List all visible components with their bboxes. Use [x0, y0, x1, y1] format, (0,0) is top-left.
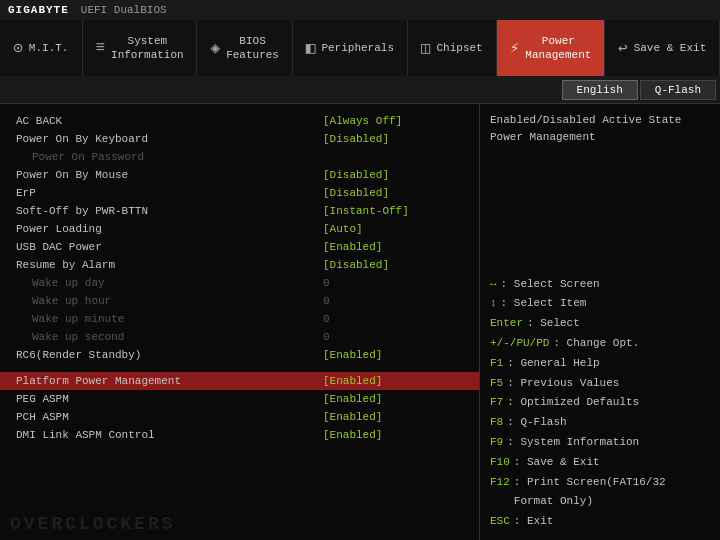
key-help: ↔: Select Screen↕: Select ItemEnter: Sel… — [490, 275, 710, 532]
system-information-nav-label: System Information — [111, 34, 184, 63]
menu-label-usb-dac-power: USB DAC Power — [16, 241, 323, 253]
key-symbol: F7 — [490, 393, 503, 413]
key-help-line: ↔: Select Screen — [490, 275, 710, 295]
power-management-nav-label: Power Management — [525, 34, 591, 63]
key-desc: : Select — [527, 314, 580, 334]
menu-label-power-on-mouse: Power On By Mouse — [16, 169, 323, 181]
menu-value-usb-dac-power: [Enabled] — [323, 241, 463, 253]
menu-item-power-on-keyboard[interactable]: Power On By Keyboard[Disabled] — [0, 130, 479, 148]
menu-label-erp: ErP — [16, 187, 323, 199]
menu-value-dmi-link: [Enabled] — [323, 429, 463, 441]
bios-features-nav-label: BIOS Features — [226, 34, 279, 63]
menu-item-ac-back[interactable]: AC BACK[Always Off] — [0, 112, 479, 130]
key-help-line: F9: System Information — [490, 433, 710, 453]
menu-item-soft-off[interactable]: Soft-Off by PWR-BTTN[Instant-Off] — [0, 202, 479, 220]
menu-value-power-loading: [Auto] — [323, 223, 463, 235]
menu-item-peg-aspm[interactable]: PEG ASPM[Enabled] — [0, 390, 479, 408]
menu-value-ac-back: [Always Off] — [323, 115, 463, 127]
key-desc: : Q-Flash — [507, 413, 566, 433]
right-panel: Enabled/Disabled Active State Power Mana… — [480, 104, 720, 540]
menu-item-platform-power[interactable]: Platform Power Management[Enabled] — [0, 372, 479, 390]
top-bar: GIGABYTE UEFI DualBIOS — [0, 0, 720, 20]
key-symbol: F5 — [490, 374, 503, 394]
key-desc: : Optimized Defaults — [507, 393, 639, 413]
menu-item-power-loading[interactable]: Power Loading[Auto] — [0, 220, 479, 238]
key-help-line: Enter: Select — [490, 314, 710, 334]
key-symbol: F9 — [490, 433, 503, 453]
key-help-line: F5: Previous Values — [490, 374, 710, 394]
key-desc: : Select Screen — [501, 275, 600, 295]
menu-value-platform-power: [Enabled] — [323, 375, 463, 387]
key-desc: : Change Opt. — [553, 334, 639, 354]
key-symbol: ↕ — [490, 294, 497, 314]
menu-label-pch-aspm: PCH ASPM — [16, 411, 323, 423]
menu-label-platform-power: Platform Power Management — [16, 375, 323, 387]
menu-item-power-on-password: Power On Password — [0, 148, 479, 166]
menu-value-peg-aspm: [Enabled] — [323, 393, 463, 405]
menu-item-erp[interactable]: ErP[Disabled] — [0, 184, 479, 202]
nav-item-peripherals[interactable]: ◧Peripherals — [293, 20, 408, 76]
key-symbol: F10 — [490, 453, 510, 473]
menu-label-peg-aspm: PEG ASPM — [16, 393, 323, 405]
key-desc: : Print Screen(FAT16/32 Format Only) — [514, 473, 710, 513]
nav-item-save-exit[interactable]: ↩Save & Exit — [605, 20, 720, 76]
menu-item-wake-minute: Wake up minute0 — [0, 310, 479, 328]
main-content: AC BACK[Always Off]Power On By Keyboard[… — [0, 104, 720, 540]
key-help-line: F12: Print Screen(FAT16/32 Format Only) — [490, 473, 710, 513]
key-desc: : General Help — [507, 354, 599, 374]
nav-item-chipset[interactable]: ◫Chipset — [408, 20, 497, 76]
menu-label-wake-minute: Wake up minute — [16, 313, 323, 325]
gigabyte-logo: GIGABYTE — [8, 4, 69, 16]
menu-value-wake-second: 0 — [323, 331, 463, 343]
key-symbol: F8 — [490, 413, 503, 433]
menu-item-wake-day: Wake up day0 — [0, 274, 479, 292]
menu-label-soft-off: Soft-Off by PWR-BTTN — [16, 205, 323, 217]
menu-label-wake-hour: Wake up hour — [16, 295, 323, 307]
key-symbol: ↔ — [490, 275, 497, 295]
menu-item-rc6[interactable]: RC6(Render Standby)[Enabled] — [0, 346, 479, 364]
qflash-button[interactable]: Q-Flash — [640, 80, 716, 100]
menu-value-soft-off: [Instant-Off] — [323, 205, 463, 217]
menu-item-resume-alarm[interactable]: Resume by Alarm[Disabled] — [0, 256, 479, 274]
lang-bar: English Q-Flash — [0, 76, 720, 104]
key-symbol: Enter — [490, 314, 523, 334]
power-management-nav-icon: ⚡ — [510, 38, 520, 58]
menu-value-wake-minute: 0 — [323, 313, 463, 325]
save-exit-nav-label: Save & Exit — [634, 41, 707, 55]
left-panel: AC BACK[Always Off]Power On By Keyboard[… — [0, 104, 480, 540]
menu-label-power-on-keyboard: Power On By Keyboard — [16, 133, 323, 145]
key-help-line: F10: Save & Exit — [490, 453, 710, 473]
dual-bios-label: UEFI DualBIOS — [81, 4, 167, 16]
nav-item-power-management[interactable]: ⚡Power Management — [497, 20, 605, 76]
menu-item-wake-second: Wake up second0 — [0, 328, 479, 346]
menu-item-pch-aspm[interactable]: PCH ASPM[Enabled] — [0, 408, 479, 426]
chipset-nav-label: Chipset — [437, 41, 483, 55]
menu-value-pch-aspm: [Enabled] — [323, 411, 463, 423]
key-help-line: F7: Optimized Defaults — [490, 393, 710, 413]
key-desc: : Select Item — [501, 294, 587, 314]
menu-value-erp: [Disabled] — [323, 187, 463, 199]
menu-item-dmi-link[interactable]: DMI Link ASPM Control[Enabled] — [0, 426, 479, 444]
menu-item-power-on-mouse[interactable]: Power On By Mouse[Disabled] — [0, 166, 479, 184]
key-desc: : System Information — [507, 433, 639, 453]
key-help-line: +/-/PU/PD: Change Opt. — [490, 334, 710, 354]
key-desc: : Exit — [514, 512, 554, 532]
menu-value-power-on-keyboard: [Disabled] — [323, 133, 463, 145]
menu-label-power-on-password: Power On Password — [16, 151, 463, 163]
nav-item-mit[interactable]: ⊙M.I.T. — [0, 20, 83, 76]
menu-label-wake-day: Wake up day — [16, 277, 323, 289]
mit-nav-icon: ⊙ — [13, 38, 23, 58]
menu-item-usb-dac-power[interactable]: USB DAC Power[Enabled] — [0, 238, 479, 256]
menu-value-wake-day: 0 — [323, 277, 463, 289]
nav-item-system-information[interactable]: ≡System Information — [83, 20, 198, 76]
menu-item-wake-hour: Wake up hour0 — [0, 292, 479, 310]
peripherals-nav-icon: ◧ — [306, 38, 316, 58]
language-button[interactable]: English — [562, 80, 638, 100]
bios-features-nav-icon: ◈ — [210, 38, 220, 58]
key-help-line: F8: Q-Flash — [490, 413, 710, 433]
peripherals-nav-label: Peripherals — [321, 41, 394, 55]
key-symbol: F1 — [490, 354, 503, 374]
nav-item-bios-features[interactable]: ◈BIOS Features — [197, 20, 293, 76]
menu-label-ac-back: AC BACK — [16, 115, 323, 127]
menu-value-resume-alarm: [Disabled] — [323, 259, 463, 271]
